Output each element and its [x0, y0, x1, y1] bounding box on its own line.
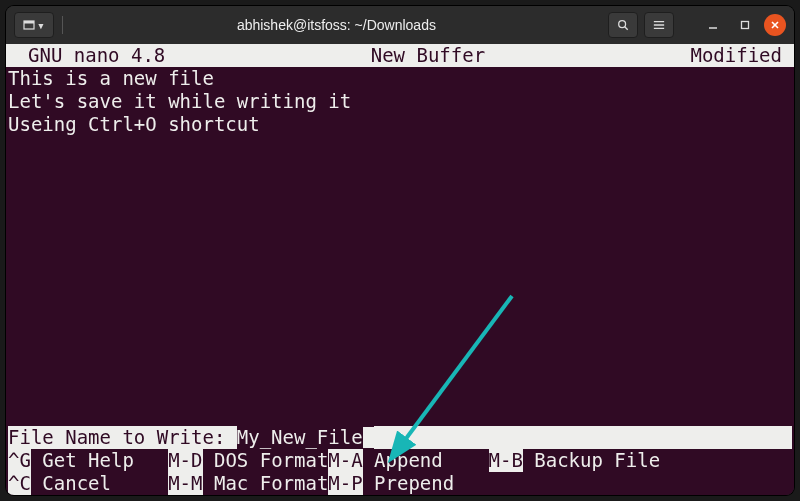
- search-icon: [617, 18, 629, 32]
- nano-header: GNU nano 4.8 New Buffer Modified: [6, 44, 794, 67]
- maximize-icon: [740, 20, 750, 30]
- terminal-body[interactable]: GNU nano 4.8 New Buffer Modified This is…: [6, 44, 794, 495]
- shortcut-row: ^G Get Help M-D DOS Format M-A Append M-…: [8, 449, 792, 472]
- maximize-button[interactable]: [732, 12, 758, 38]
- titlebar: ▾ abhishek@itsfoss: ~/Downloads: [6, 6, 794, 44]
- content-line: Let's save it while writing it: [8, 90, 792, 113]
- shortcut-label: Get Help: [31, 449, 168, 472]
- shortcut-bar: ^G Get Help M-D DOS Format M-A Append M-…: [8, 449, 792, 495]
- window-title: abhishek@itsfoss: ~/Downloads: [71, 17, 602, 33]
- shortcut-row: ^C Cancel M-M Mac Format M-P Prepend: [8, 472, 792, 495]
- shortcut-label: Cancel: [31, 472, 168, 495]
- svg-rect-8: [742, 22, 749, 29]
- svg-rect-1: [24, 21, 34, 24]
- shortcut-label: Mac Format: [203, 472, 329, 495]
- shortcut-key[interactable]: ^C: [8, 472, 31, 495]
- hamburger-icon: [653, 19, 665, 31]
- save-prompt[interactable]: File Name to Write: My_New_File: [8, 426, 792, 449]
- shortcut-label: Append: [363, 449, 489, 472]
- shortcut-label: Prepend: [363, 472, 455, 495]
- search-button[interactable]: [608, 12, 638, 38]
- nano-buffer-name: New Buffer: [165, 44, 690, 67]
- nano-app-name: GNU nano 4.8: [8, 44, 165, 67]
- shortcut-key[interactable]: ^G: [8, 449, 31, 472]
- prompt-label: File Name to Write:: [8, 426, 237, 449]
- menu-button[interactable]: [644, 12, 674, 38]
- editor-content: This is a new file Let's save it while w…: [6, 67, 794, 136]
- shortcut-label: Backup File: [523, 449, 660, 472]
- shortcut-key[interactable]: M-A: [328, 449, 362, 472]
- close-button[interactable]: [764, 14, 786, 36]
- minimize-button[interactable]: [700, 12, 726, 38]
- close-icon: [770, 20, 780, 30]
- text-cursor: [363, 427, 374, 448]
- prompt-fill: [374, 426, 792, 449]
- new-tab-button[interactable]: ▾: [14, 12, 54, 38]
- minimize-icon: [708, 20, 718, 30]
- filename-input[interactable]: My_New_File: [237, 426, 363, 449]
- divider: [62, 16, 63, 34]
- svg-point-2: [619, 21, 626, 28]
- content-line: Useing Ctrl+O shortcut: [8, 113, 792, 136]
- content-line: This is a new file: [8, 67, 792, 90]
- tab-icon: [23, 19, 35, 31]
- terminal-window: ▾ abhishek@itsfoss: ~/Downloads GNU nano…: [6, 6, 794, 495]
- svg-line-11: [402, 296, 512, 444]
- shortcut-key[interactable]: M-B: [489, 449, 523, 472]
- shortcut-key[interactable]: M-D: [168, 449, 202, 472]
- nano-status: Modified: [690, 44, 792, 67]
- svg-line-3: [625, 27, 628, 30]
- shortcut-key[interactable]: M-M: [168, 472, 202, 495]
- shortcut-label: DOS Format: [203, 449, 329, 472]
- shortcut-key[interactable]: M-P: [328, 472, 362, 495]
